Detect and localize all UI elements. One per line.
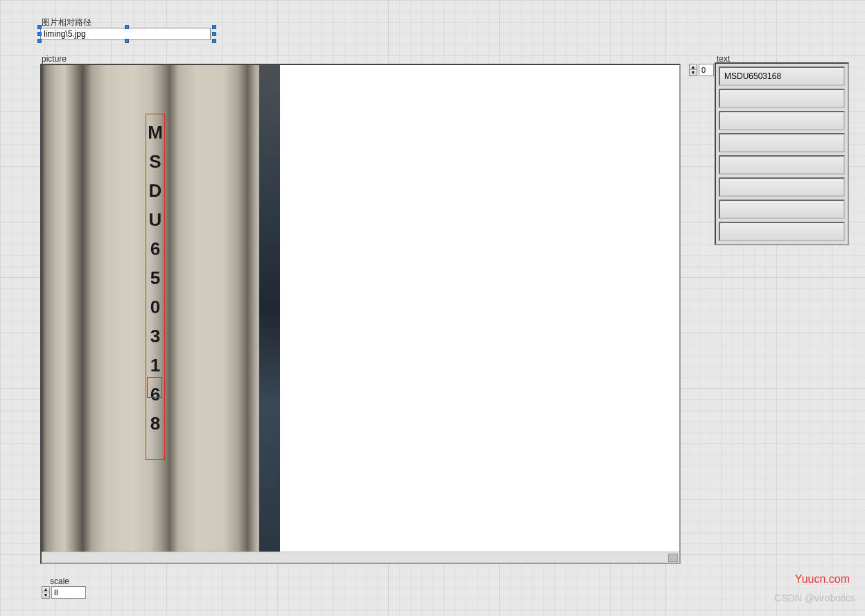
- path-label: 图片相对路径: [42, 17, 91, 28]
- picture-display[interactable]: M S D U 6 5 0 3 1 6 8: [40, 64, 681, 564]
- text-array-row[interactable]: [719, 133, 845, 152]
- detection-box: [146, 114, 165, 460]
- spinner-up-icon[interactable]: ▲: [42, 587, 49, 592]
- scrollbar-thumb[interactable]: [668, 554, 678, 562]
- selection-handle[interactable]: [37, 25, 42, 29]
- text-array-row[interactable]: [719, 155, 845, 175]
- spinner-down-icon[interactable]: ▼: [690, 70, 697, 76]
- selection-handle[interactable]: [125, 39, 129, 43]
- picture-content: M S D U 6 5 0 3 1 6 8: [42, 65, 676, 552]
- scale-input[interactable]: [51, 586, 86, 599]
- array-index-control: ▲ ▼: [689, 64, 714, 76]
- horizontal-scrollbar[interactable]: [42, 552, 679, 563]
- selection-handle[interactable]: [212, 32, 216, 36]
- detection-box-digit: [147, 377, 162, 398]
- selection-handle[interactable]: [212, 25, 216, 29]
- selection-handle[interactable]: [212, 39, 216, 43]
- watermark-credit: CSDN @virobotics: [774, 592, 855, 604]
- text-array-row[interactable]: [719, 177, 845, 197]
- scale-spinner: ▲ ▼: [42, 586, 50, 599]
- index-spinner: ▲ ▼: [689, 64, 697, 76]
- array-index-input[interactable]: [699, 64, 714, 76]
- selection-handle[interactable]: [37, 39, 42, 43]
- container-photo-shadow: [259, 65, 280, 552]
- selection-handle[interactable]: [125, 25, 129, 29]
- path-input-wrapper: [40, 28, 213, 40]
- text-array-row[interactable]: [719, 222, 845, 241]
- text-array-row[interactable]: [719, 89, 845, 108]
- text-array-row[interactable]: [719, 111, 845, 130]
- picture-label: picture: [42, 54, 67, 64]
- watermark-site: Yuucn.com: [795, 573, 850, 586]
- scale-control: ▲ ▼: [42, 586, 86, 599]
- spinner-up-icon[interactable]: ▲: [690, 64, 697, 70]
- scale-label: scale: [50, 577, 69, 586]
- text-array-row[interactable]: [719, 200, 845, 219]
- selection-handle[interactable]: [37, 32, 42, 36]
- text-array: MSDU6503168: [715, 62, 849, 245]
- spinner-down-icon[interactable]: ▼: [42, 592, 49, 598]
- text-array-row[interactable]: MSDU6503168: [719, 67, 845, 86]
